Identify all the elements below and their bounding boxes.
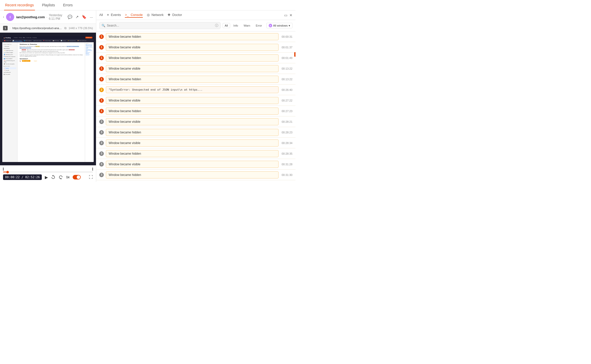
share-icon[interactable]: ↗ [75, 15, 79, 19]
console-item[interactable]: 1 Window became hidden 00:00:31 [96, 31, 296, 42]
console-item[interactable]: 1 Window became visible 00:27:22 [96, 95, 296, 106]
top-nav: Recent recordings Playlists Errors [0, 0, 296, 10]
console-time: 00:01:49 [282, 56, 292, 59]
console-badge: 3 [99, 119, 104, 124]
console-item[interactable]: 3 Window became hidden 00:28:23 [96, 127, 296, 138]
console-time: 00:31:28 [282, 163, 292, 166]
console-badge: 1 [99, 66, 104, 71]
console-time: 00:28:34 [282, 141, 292, 145]
console-item[interactable]: 1 Window became visible 00:01:37 [96, 42, 296, 53]
console-message: Window became hidden [106, 108, 279, 115]
console-message: Window became visible [106, 44, 279, 51]
close-icon[interactable]: ✕ [289, 13, 292, 17]
tab-events[interactable]: ≡ Events [107, 12, 121, 18]
console-badge: 1 [99, 56, 104, 60]
auto-next-toggle[interactable] [73, 175, 81, 179]
console-message: Window became hidden [106, 33, 279, 40]
marker-start [3, 168, 4, 171]
search-wrapper[interactable]: 🔍 ⓘ [99, 22, 221, 29]
website-screenshot: 🦔 PostHog Products Pricing Docs Communit… [2, 36, 93, 162]
left-panel: › I ian@posthog.com · Yesterday 6:11 PM … [0, 10, 96, 182]
search-input[interactable] [107, 24, 213, 27]
console-message: Window became hidden [106, 54, 279, 62]
console-item[interactable]: 3 Window became hidden 00:31:30 [96, 170, 296, 180]
filter-info[interactable]: Info [231, 23, 240, 28]
console-message: Window became visible [106, 118, 279, 125]
bookmark-icon[interactable]: 🔖 [82, 15, 87, 19]
console-message: Window became hidden [106, 76, 279, 83]
toggle-knob [77, 175, 80, 179]
preview-inner: 🦔 PostHog Products Pricing Docs Communit… [0, 33, 96, 165]
console-message: Window became visible [106, 65, 279, 72]
windows-filter-button[interactable]: A All windows ▾ [266, 23, 292, 28]
tab-errors[interactable]: Errors [62, 0, 74, 10]
copy-url-icon[interactable]: ⧉ [64, 26, 67, 30]
search-icon: 🔍 [102, 24, 105, 27]
scroll-indicator [294, 52, 296, 57]
tab-playlists[interactable]: Playlists [41, 0, 56, 10]
console-item[interactable]: 3 Window became visible 00:31:37 [96, 180, 296, 182]
tab-doctor[interactable]: ✚ Doctor [168, 12, 182, 18]
progress-bar[interactable] [3, 172, 93, 172]
progress-thumb[interactable] [6, 171, 9, 173]
console-item[interactable]: 1 Window became hidden 00:13:22 [96, 74, 296, 85]
console-item[interactable]: 1 Window became visible 00:13:22 [96, 63, 296, 74]
speed-button[interactable]: 1x [66, 175, 69, 179]
url-bar: 1 · https://posthog.com/docs/product-ana… [0, 24, 96, 33]
dimensions-label: 1440 x 779 (39.5%) [69, 27, 93, 30]
progress-track[interactable] [3, 172, 93, 172]
time-display: 00:00:22 / 02:52:26 [3, 174, 42, 180]
expand-toggle[interactable]: › [3, 15, 4, 19]
console-badge: 2 [99, 88, 104, 92]
tab-recent-recordings[interactable]: Recent recordings [4, 0, 35, 10]
marker-mid [92, 168, 93, 171]
filter-group: All Info Warn Error [223, 23, 264, 28]
main-content: › I ian@posthog.com · Yesterday 6:11 PM … [0, 10, 296, 182]
console-time: 00:26:40 [282, 88, 292, 91]
console-message: Window became hidden [106, 150, 279, 157]
console-list[interactable]: 1 Window became hidden 00:00:31 1 Window… [96, 31, 296, 182]
comment-icon[interactable]: 💬 [68, 15, 72, 19]
events-icon: ≡ [107, 13, 109, 17]
recording-user: ian@posthog.com [16, 15, 45, 19]
recording-header: › I ian@posthog.com · Yesterday 6:11 PM … [0, 10, 96, 24]
fullscreen-button[interactable]: ⛶ [89, 175, 93, 179]
console-item[interactable]: 3 Window became visible 00:28:34 [96, 138, 296, 148]
tab-network[interactable]: ◎ Network [147, 12, 164, 18]
console-message: Window became visible [106, 161, 279, 168]
console-item[interactable]: 1 Window became hidden 00:27:23 [96, 106, 296, 116]
avatar: I [6, 13, 14, 21]
right-panel: All ≡ Events >_ Console ◎ Network ✚ Doct… [96, 10, 296, 182]
console-item[interactable]: 3 Window became visible 00:28:21 [96, 116, 296, 127]
tab-all[interactable]: All [99, 12, 103, 18]
console-time: 00:27:23 [282, 110, 292, 113]
console-time: 00:13:22 [282, 67, 292, 70]
play-button[interactable]: ▶ [45, 175, 48, 180]
console-item[interactable]: 2 "SyntaxError: Unexpected end of JSON i… [96, 85, 296, 95]
info-icon[interactable]: ⓘ [215, 23, 218, 28]
chevron-down-icon: ▾ [289, 24, 290, 27]
console-message: "SyntaxError: Unexpected end of JSON inp… [106, 86, 279, 93]
filter-all[interactable]: All [223, 23, 230, 28]
console-time: 00:28:23 [282, 131, 292, 134]
tab-number: 1 [3, 26, 8, 30]
more-icon[interactable]: ··· [90, 15, 93, 19]
rewind-button[interactable] [51, 175, 55, 179]
console-badge: 1 [99, 34, 104, 39]
filter-warn[interactable]: Warn [241, 23, 252, 28]
screen-preview: 🦔 PostHog Products Pricing Docs Communit… [0, 33, 96, 165]
console-time: 00:27:22 [282, 99, 292, 102]
console-message: Window became visible [106, 139, 279, 147]
panel-actions: ▭ ✕ [284, 13, 292, 17]
skip-forward-button[interactable] [58, 175, 63, 179]
console-badge: 1 [99, 109, 104, 113]
filter-error[interactable]: Error [253, 23, 264, 28]
console-item[interactable]: 3 Window became hidden 00:28:35 [96, 148, 296, 159]
tab-console[interactable]: >_ Console [125, 12, 143, 18]
recording-info: ian@posthog.com · Yesterday 6:11 PM [16, 13, 66, 21]
minimize-icon[interactable]: ▭ [284, 13, 287, 17]
console-item[interactable]: 3 Window became visible 00:31:28 [96, 159, 296, 170]
console-item[interactable]: 1 Window became hidden 00:01:49 [96, 53, 296, 63]
recording-timestamp: Yesterday 6:11 PM [49, 13, 66, 21]
toggle-pill[interactable] [73, 175, 81, 179]
